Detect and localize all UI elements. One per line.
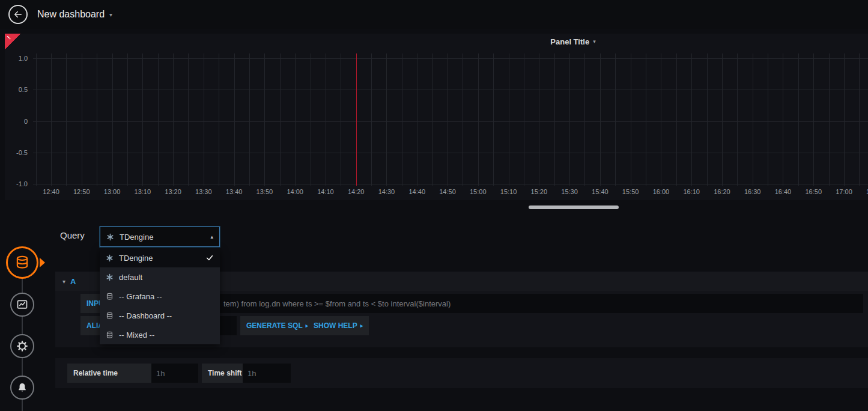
gridline-v	[783, 53, 783, 186]
gridline-v	[600, 53, 601, 186]
chevron-down-icon: ▾	[62, 278, 65, 285]
gear-icon	[16, 340, 28, 352]
x-axis-label: 14:00	[279, 188, 311, 195]
x-axis-label: 15:00	[463, 188, 494, 195]
chevron-down-icon: ▾	[593, 38, 596, 44]
gridline-v	[539, 53, 539, 186]
gridline-v	[829, 53, 830, 186]
gridline-v	[311, 53, 311, 186]
tab-general[interactable]	[10, 334, 34, 358]
gridline-v	[295, 53, 296, 186]
datasource-option[interactable]: -- Grafana --	[100, 287, 220, 306]
gridline-v	[584, 53, 585, 186]
gridline-v	[142, 53, 143, 186]
datasource-option-label: default	[119, 273, 214, 282]
show-help-button-label: SHOW HELP	[314, 321, 357, 330]
datasource-select-value: TDengine	[120, 233, 210, 242]
gridline-v	[722, 53, 723, 186]
datasource-option-label: TDengine	[119, 254, 205, 263]
gridline-v	[691, 53, 692, 186]
gridline-v	[707, 53, 708, 186]
horizontal-scrollbar-thumb[interactable]	[529, 206, 619, 209]
database-icon	[106, 312, 119, 320]
exclamation-mark: !	[6, 34, 12, 40]
top-bar: New dashboard ▾	[0, 0, 868, 29]
chevron-up-icon: ▴	[210, 234, 213, 240]
chart-plot-area: 1.00.50-0.5-1.012:4012:5013:0013:1013:20…	[5, 34, 868, 200]
gridline-v	[753, 53, 753, 186]
y-axis-label: 0.5	[7, 86, 28, 93]
x-axis-label: 16:10	[676, 188, 707, 195]
gridline-v	[264, 53, 265, 186]
gridline-v	[554, 53, 555, 186]
gridline-v	[737, 53, 738, 186]
datasource-option[interactable]: -- Dashboard --	[100, 306, 220, 325]
x-axis-label: 13:30	[188, 188, 219, 195]
gridline-v	[661, 53, 661, 186]
dashboard-title[interactable]: New dashboard ▾	[37, 0, 112, 29]
gridline-v	[204, 53, 204, 186]
gridline-v	[432, 53, 433, 186]
database-icon	[14, 255, 30, 270]
tab-alert[interactable]	[10, 376, 34, 400]
gridline-v	[97, 53, 97, 186]
x-axis-label: 14:40	[401, 188, 432, 195]
gridline-v	[509, 53, 509, 186]
gridline-v	[524, 53, 524, 186]
gridline-v	[36, 53, 37, 186]
x-axis-label: 17:10	[859, 188, 868, 195]
x-axis-label: 14:10	[310, 188, 341, 195]
gridline-v	[341, 53, 341, 186]
time-shift-input[interactable]	[243, 364, 291, 383]
gridline-v	[386, 53, 387, 186]
datasource-option-label: -- Grafana --	[119, 292, 214, 301]
chevron-down-icon: ▾	[109, 11, 112, 18]
datasource-option-label: -- Dashboard --	[119, 311, 214, 320]
gridline-v	[493, 53, 494, 186]
gridline-v	[82, 53, 82, 186]
check-icon	[205, 254, 214, 262]
gridline-v	[478, 53, 479, 186]
datasource-select[interactable]: TDengine ▴	[100, 227, 220, 247]
gridline-v	[768, 53, 768, 186]
annotation-line	[356, 53, 357, 186]
datasource-logo-icon	[106, 233, 114, 241]
x-axis-label: 13:40	[219, 188, 250, 195]
graph-panel: ! Panel Title ▾ 1.00.50-0.5-1.012:4012:5…	[5, 34, 868, 200]
gridline-v	[66, 53, 67, 186]
tab-queries[interactable]	[6, 246, 38, 279]
query-options-band: Relative time Time shift	[55, 358, 868, 388]
datasource-option[interactable]: default	[100, 267, 220, 287]
panel-error-corner-icon[interactable]: !	[5, 34, 20, 49]
y-axis-label: 0	[7, 118, 28, 125]
datasource-option-label: -- Mixed --	[119, 330, 214, 339]
gridline-v	[249, 53, 250, 186]
gridline-v	[402, 53, 402, 186]
generate-sql-button[interactable]: GENERATE SQL ▸	[240, 316, 314, 335]
datasource-option[interactable]: TDengine	[100, 248, 220, 267]
tab-visualization[interactable]	[10, 293, 34, 317]
x-axis-label: 14:20	[341, 188, 372, 195]
caret-right-icon: ▸	[360, 323, 363, 329]
gridline-v	[127, 53, 128, 186]
arrow-left-icon	[13, 9, 23, 20]
gridline-v	[463, 53, 463, 186]
gridline-v	[569, 53, 570, 186]
x-axis-label: 16:40	[767, 188, 798, 195]
gridline-v	[631, 53, 631, 186]
datasource-logo-icon	[106, 273, 119, 281]
back-button[interactable]	[8, 5, 28, 24]
gridline-v	[51, 53, 52, 186]
input-sql-field[interactable]: tem) from log.dn where ts >= $from and t…	[137, 294, 863, 313]
show-help-button[interactable]: SHOW HELP ▸	[308, 316, 369, 335]
active-tab-pointer-icon	[40, 258, 45, 267]
panel-title-menu[interactable]: Panel Title ▾	[5, 34, 868, 49]
datasource-logo-icon	[106, 254, 119, 262]
x-axis-label: 16:20	[706, 188, 738, 195]
x-axis-label: 14:50	[432, 188, 463, 195]
datasource-dropdown: TDengine default -- Grafana -- -- Dashbo…	[100, 248, 220, 344]
x-axis-label: 15:30	[554, 188, 585, 195]
relative-time-input[interactable]	[151, 364, 198, 383]
datasource-option[interactable]: -- Mixed --	[100, 325, 220, 344]
gridline-v	[844, 53, 845, 186]
